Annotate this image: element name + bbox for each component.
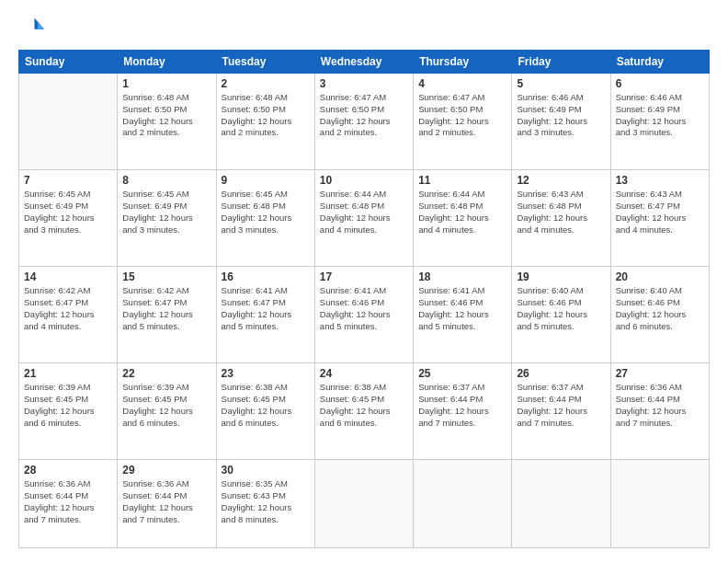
day-info: Sunrise: 6:48 AM Sunset: 6:50 PM Dayligh… [122, 92, 210, 139]
day-info: Sunrise: 6:42 AM Sunset: 6:47 PM Dayligh… [24, 285, 112, 332]
calendar-cell: 17Sunrise: 6:41 AM Sunset: 6:46 PM Dayli… [314, 267, 413, 363]
calendar-cell [314, 460, 413, 548]
day-number: 28 [24, 464, 112, 477]
day-info: Sunrise: 6:38 AM Sunset: 6:45 PM Dayligh… [320, 382, 408, 429]
day-number: 15 [122, 270, 210, 283]
calendar-cell: 11Sunrise: 6:44 AM Sunset: 6:48 PM Dayli… [414, 170, 512, 267]
day-number: 17 [320, 270, 408, 283]
day-info: Sunrise: 6:42 AM Sunset: 6:47 PM Dayligh… [122, 285, 210, 332]
day-info: Sunrise: 6:40 AM Sunset: 6:46 PM Dayligh… [616, 285, 704, 332]
calendar-cell: 29Sunrise: 6:36 AM Sunset: 6:44 PM Dayli… [118, 460, 216, 548]
calendar-cell: 22Sunrise: 6:39 AM Sunset: 6:45 PM Dayli… [118, 363, 216, 460]
day-info: Sunrise: 6:36 AM Sunset: 6:44 PM Dayligh… [616, 382, 704, 429]
day-number: 11 [418, 174, 506, 187]
calendar-cell: 30Sunrise: 6:35 AM Sunset: 6:43 PM Dayli… [216, 460, 314, 548]
logo [18, 15, 48, 40]
calendar-cell: 7Sunrise: 6:45 AM Sunset: 6:49 PM Daylig… [19, 170, 118, 267]
day-number: 2 [222, 77, 310, 90]
calendar-cell: 12Sunrise: 6:43 AM Sunset: 6:48 PM Dayli… [512, 170, 610, 267]
day-info: Sunrise: 6:45 AM Sunset: 6:49 PM Dayligh… [24, 189, 112, 236]
day-number: 8 [122, 174, 210, 187]
day-info: Sunrise: 6:36 AM Sunset: 6:44 PM Dayligh… [122, 478, 210, 525]
page: SundayMondayTuesdayWednesdayThursdayFrid… [0, 0, 728, 563]
day-number: 19 [517, 270, 605, 283]
day-info: Sunrise: 6:47 AM Sunset: 6:50 PM Dayligh… [418, 92, 506, 139]
calendar-cell [19, 74, 118, 170]
calendar-cell: 21Sunrise: 6:39 AM Sunset: 6:45 PM Dayli… [19, 363, 118, 460]
day-number: 9 [222, 174, 310, 187]
header-cell-saturday: Saturday [610, 51, 709, 74]
day-number: 29 [122, 464, 210, 477]
calendar-cell: 8Sunrise: 6:45 AM Sunset: 6:49 PM Daylig… [118, 170, 216, 267]
calendar-cell: 3Sunrise: 6:47 AM Sunset: 6:50 PM Daylig… [314, 74, 413, 170]
day-number: 10 [320, 174, 408, 187]
day-info: Sunrise: 6:45 AM Sunset: 6:49 PM Dayligh… [122, 189, 210, 236]
day-number: 22 [122, 367, 210, 380]
day-info: Sunrise: 6:38 AM Sunset: 6:45 PM Dayligh… [222, 382, 310, 429]
day-info: Sunrise: 6:41 AM Sunset: 6:46 PM Dayligh… [320, 285, 408, 332]
header-cell-tuesday: Tuesday [216, 51, 314, 74]
header-cell-monday: Monday [118, 51, 216, 74]
header [18, 15, 710, 40]
calendar-cell: 24Sunrise: 6:38 AM Sunset: 6:45 PM Dayli… [314, 363, 413, 460]
header-cell-sunday: Sunday [19, 51, 118, 74]
day-info: Sunrise: 6:48 AM Sunset: 6:50 PM Dayligh… [222, 92, 310, 139]
day-number: 18 [418, 270, 506, 283]
calendar-cell: 6Sunrise: 6:46 AM Sunset: 6:49 PM Daylig… [610, 74, 709, 170]
day-number: 25 [418, 367, 506, 380]
day-number: 5 [517, 77, 605, 90]
day-number: 14 [24, 270, 112, 283]
day-info: Sunrise: 6:35 AM Sunset: 6:43 PM Dayligh… [222, 478, 310, 525]
day-number: 23 [222, 367, 310, 380]
day-info: Sunrise: 6:40 AM Sunset: 6:46 PM Dayligh… [517, 285, 605, 332]
day-number: 4 [418, 77, 506, 90]
day-number: 26 [517, 367, 605, 380]
day-number: 3 [320, 77, 408, 90]
day-info: Sunrise: 6:45 AM Sunset: 6:48 PM Dayligh… [222, 189, 310, 236]
calendar-cell [512, 460, 610, 548]
calendar-cell: 10Sunrise: 6:44 AM Sunset: 6:48 PM Dayli… [314, 170, 413, 267]
calendar-cell: 13Sunrise: 6:43 AM Sunset: 6:47 PM Dayli… [610, 170, 709, 267]
calendar-cell: 16Sunrise: 6:41 AM Sunset: 6:47 PM Dayli… [216, 267, 314, 363]
day-number: 30 [222, 464, 310, 477]
logo-icon [18, 15, 44, 40]
day-info: Sunrise: 6:36 AM Sunset: 6:44 PM Dayligh… [24, 478, 112, 525]
day-number: 16 [222, 270, 310, 283]
day-number: 21 [24, 367, 112, 380]
calendar-cell: 23Sunrise: 6:38 AM Sunset: 6:45 PM Dayli… [216, 363, 314, 460]
calendar-cell: 2Sunrise: 6:48 AM Sunset: 6:50 PM Daylig… [216, 74, 314, 170]
calendar-cell: 28Sunrise: 6:36 AM Sunset: 6:44 PM Dayli… [19, 460, 118, 548]
header-cell-wednesday: Wednesday [314, 51, 413, 74]
day-number: 6 [616, 77, 704, 90]
calendar-cell: 9Sunrise: 6:45 AM Sunset: 6:48 PM Daylig… [216, 170, 314, 267]
day-number: 12 [517, 174, 605, 187]
header-row: SundayMondayTuesdayWednesdayThursdayFrid… [19, 51, 710, 74]
day-info: Sunrise: 6:46 AM Sunset: 6:49 PM Dayligh… [616, 92, 704, 139]
calendar-body: 1Sunrise: 6:48 AM Sunset: 6:50 PM Daylig… [19, 74, 710, 548]
calendar-cell: 18Sunrise: 6:41 AM Sunset: 6:46 PM Dayli… [414, 267, 512, 363]
week-row-2: 14Sunrise: 6:42 AM Sunset: 6:47 PM Dayli… [19, 267, 710, 363]
calendar-cell: 4Sunrise: 6:47 AM Sunset: 6:50 PM Daylig… [414, 74, 512, 170]
calendar-cell: 20Sunrise: 6:40 AM Sunset: 6:46 PM Dayli… [610, 267, 709, 363]
day-info: Sunrise: 6:37 AM Sunset: 6:44 PM Dayligh… [418, 382, 506, 429]
header-cell-friday: Friday [512, 51, 610, 74]
day-number: 13 [616, 174, 704, 187]
calendar-cell [610, 460, 709, 548]
header-cell-thursday: Thursday [414, 51, 512, 74]
day-number: 27 [616, 367, 704, 380]
calendar-cell: 14Sunrise: 6:42 AM Sunset: 6:47 PM Dayli… [19, 267, 118, 363]
week-row-3: 21Sunrise: 6:39 AM Sunset: 6:45 PM Dayli… [19, 363, 710, 460]
day-info: Sunrise: 6:44 AM Sunset: 6:48 PM Dayligh… [320, 189, 408, 236]
day-info: Sunrise: 6:41 AM Sunset: 6:47 PM Dayligh… [222, 285, 310, 332]
calendar-cell: 5Sunrise: 6:46 AM Sunset: 6:49 PM Daylig… [512, 74, 610, 170]
day-info: Sunrise: 6:46 AM Sunset: 6:49 PM Dayligh… [517, 92, 605, 139]
calendar-cell [414, 460, 512, 548]
svg-marker-1 [38, 23, 44, 29]
calendar-cell: 25Sunrise: 6:37 AM Sunset: 6:44 PM Dayli… [414, 363, 512, 460]
week-row-4: 28Sunrise: 6:36 AM Sunset: 6:44 PM Dayli… [19, 460, 710, 548]
week-row-0: 1Sunrise: 6:48 AM Sunset: 6:50 PM Daylig… [19, 74, 710, 170]
calendar-cell: 15Sunrise: 6:42 AM Sunset: 6:47 PM Dayli… [118, 267, 216, 363]
day-number: 24 [320, 367, 408, 380]
calendar-cell: 26Sunrise: 6:37 AM Sunset: 6:44 PM Dayli… [512, 363, 610, 460]
day-info: Sunrise: 6:47 AM Sunset: 6:50 PM Dayligh… [320, 92, 408, 139]
